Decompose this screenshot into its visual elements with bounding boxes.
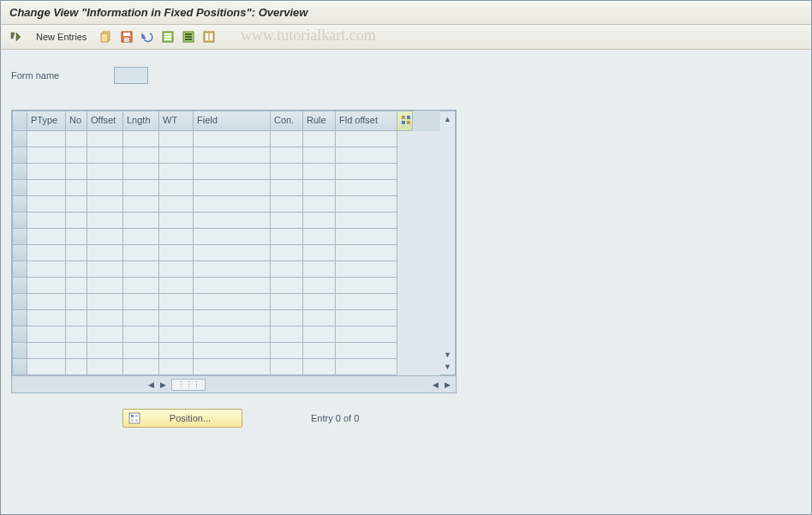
table-cell[interactable] <box>336 131 397 147</box>
column-fld-offset[interactable]: Fld offset <box>336 111 397 131</box>
table-cell[interactable] <box>87 278 123 294</box>
table-cell[interactable] <box>12 213 27 229</box>
table-cell[interactable] <box>123 180 159 196</box>
position-button[interactable]: Position... <box>122 409 242 428</box>
table-cell[interactable] <box>123 213 159 229</box>
table-cell[interactable] <box>123 147 159 164</box>
table-cell[interactable] <box>194 131 271 147</box>
horizontal-scrollbar[interactable]: ◀ ▶ ⋮⋮⋮ ◀ ▶ <box>12 375 456 392</box>
table-cell[interactable] <box>12 131 27 147</box>
table-cell[interactable] <box>123 278 159 294</box>
table-cell[interactable] <box>87 180 123 196</box>
column-con[interactable]: Con. <box>271 111 303 131</box>
table-row[interactable] <box>12 229 440 245</box>
table-cell[interactable] <box>303 278 336 294</box>
select-all-icon[interactable] <box>159 28 176 45</box>
table-cell[interactable] <box>271 343 303 359</box>
table-cell[interactable] <box>194 229 271 245</box>
table-cell[interactable] <box>303 213 336 229</box>
table-cell[interactable] <box>336 164 397 180</box>
table-cell[interactable] <box>27 229 66 245</box>
table-cell[interactable] <box>66 213 87 229</box>
table-cell[interactable] <box>194 213 271 229</box>
table-cell[interactable] <box>87 164 123 180</box>
save-icon[interactable] <box>118 28 135 45</box>
table-cell[interactable] <box>159 196 194 213</box>
table-cell[interactable] <box>66 326 87 343</box>
table-cell[interactable] <box>66 278 87 294</box>
table-cell[interactable] <box>12 147 27 164</box>
table-cell[interactable] <box>159 131 194 147</box>
table-row[interactable] <box>12 310 440 326</box>
table-cell[interactable] <box>194 147 271 164</box>
table-cell[interactable] <box>159 261 194 278</box>
table-cell[interactable] <box>27 310 66 326</box>
table-cell[interactable] <box>336 213 397 229</box>
table-cell[interactable] <box>66 359 87 375</box>
table-cell[interactable] <box>123 229 159 245</box>
scroll-down-icon[interactable]: ▼ <box>440 361 455 373</box>
table-cell[interactable] <box>87 131 123 147</box>
table-cell[interactable] <box>27 147 66 164</box>
table-row[interactable] <box>12 164 440 180</box>
table-cell[interactable] <box>87 147 123 164</box>
table-cell[interactable] <box>194 359 271 375</box>
table-cell[interactable] <box>123 310 159 326</box>
table-cell[interactable] <box>159 343 194 359</box>
table-cell[interactable] <box>336 180 397 196</box>
table-cell[interactable] <box>27 196 66 213</box>
undo-icon[interactable] <box>139 28 156 45</box>
scroll-left-icon[interactable]: ◀ <box>146 380 156 389</box>
table-cell[interactable] <box>66 180 87 196</box>
column-rule[interactable]: Rule <box>303 111 336 131</box>
table-cell[interactable] <box>159 213 194 229</box>
table-row[interactable] <box>12 278 440 294</box>
column-offset[interactable]: Offset <box>87 111 123 131</box>
table-row[interactable] <box>12 131 440 147</box>
table-row[interactable] <box>12 294 440 310</box>
table-cell[interactable] <box>336 343 397 359</box>
column-ptype[interactable]: PType <box>27 111 66 131</box>
table-cell[interactable] <box>159 164 194 180</box>
table-cell[interactable] <box>303 261 336 278</box>
table-cell[interactable] <box>303 180 336 196</box>
table-row[interactable] <box>12 343 440 359</box>
table-cell[interactable] <box>87 245 123 261</box>
toggle-view-icon[interactable] <box>8 28 25 45</box>
scroll-left-end-icon[interactable]: ◀ <box>430 380 440 389</box>
table-cell[interactable] <box>27 343 66 359</box>
table-cell[interactable] <box>123 343 159 359</box>
table-cell[interactable] <box>66 131 87 147</box>
table-cell[interactable] <box>194 278 271 294</box>
scroll-right-icon[interactable]: ▶ <box>158 380 168 389</box>
table-cell[interactable] <box>303 359 336 375</box>
column-selector[interactable] <box>12 111 27 131</box>
table-cell[interactable] <box>123 164 159 180</box>
table-cell[interactable] <box>336 229 397 245</box>
table-cell[interactable] <box>159 229 194 245</box>
table-cell[interactable] <box>159 326 194 343</box>
table-cell[interactable] <box>159 147 194 164</box>
table-cell[interactable] <box>12 164 27 180</box>
table-row[interactable] <box>12 326 440 343</box>
table-cell[interactable] <box>12 245 27 261</box>
configure-icon[interactable] <box>200 28 218 45</box>
table-cell[interactable] <box>303 245 336 261</box>
column-wt[interactable]: WT <box>159 111 194 131</box>
table-cell[interactable] <box>336 310 397 326</box>
table-cell[interactable] <box>12 229 27 245</box>
table-cell[interactable] <box>336 261 397 278</box>
table-cell[interactable] <box>271 147 303 164</box>
table-cell[interactable] <box>271 131 303 147</box>
table-cell[interactable] <box>27 213 66 229</box>
table-cell[interactable] <box>271 310 303 326</box>
table-cell[interactable] <box>12 310 27 326</box>
table-cell[interactable] <box>303 196 336 213</box>
table-cell[interactable] <box>12 294 27 310</box>
table-cell[interactable] <box>336 147 397 164</box>
table-cell[interactable] <box>123 196 159 213</box>
table-cell[interactable] <box>303 326 336 343</box>
table-cell[interactable] <box>27 326 66 343</box>
table-cell[interactable] <box>27 245 66 261</box>
table-cell[interactable] <box>303 147 336 164</box>
